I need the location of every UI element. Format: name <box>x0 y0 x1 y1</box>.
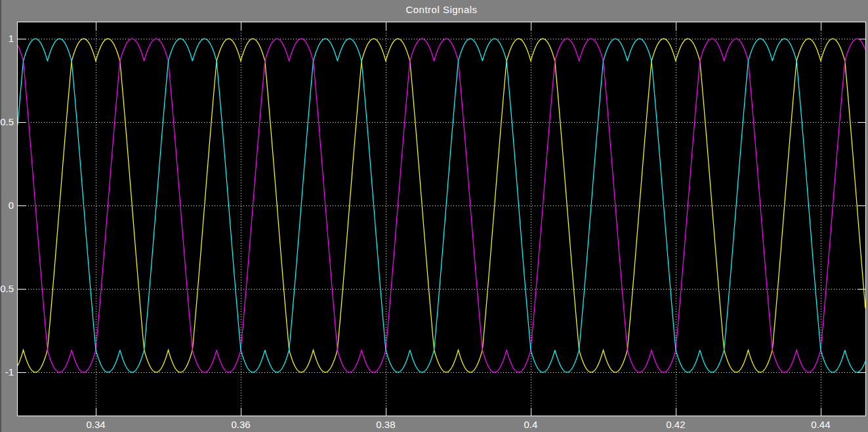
y-tick-label: 0.5 <box>0 117 14 127</box>
x-tick-label: 0.36 <box>221 419 260 430</box>
waveform-canvas <box>18 22 865 416</box>
y-tick-label: 1 <box>9 33 14 44</box>
x-tick-label: 0.38 <box>366 419 405 430</box>
plot-area <box>17 22 866 416</box>
x-tick-label: 0.44 <box>801 419 840 430</box>
window-left-bevel <box>0 0 1 432</box>
chart-title: Control Signals <box>17 4 866 15</box>
scope-figure: Control Signals 0.340.360.380.40.420.44 … <box>0 0 868 432</box>
x-tick-label: 0.4 <box>511 419 550 430</box>
y-tick-label: 0 <box>9 200 14 211</box>
y-tick-label: -0.5 <box>0 284 14 294</box>
x-tick-label: 0.34 <box>76 419 115 430</box>
y-tick-label: -1 <box>5 367 14 378</box>
x-tick-label: 0.42 <box>656 419 695 430</box>
